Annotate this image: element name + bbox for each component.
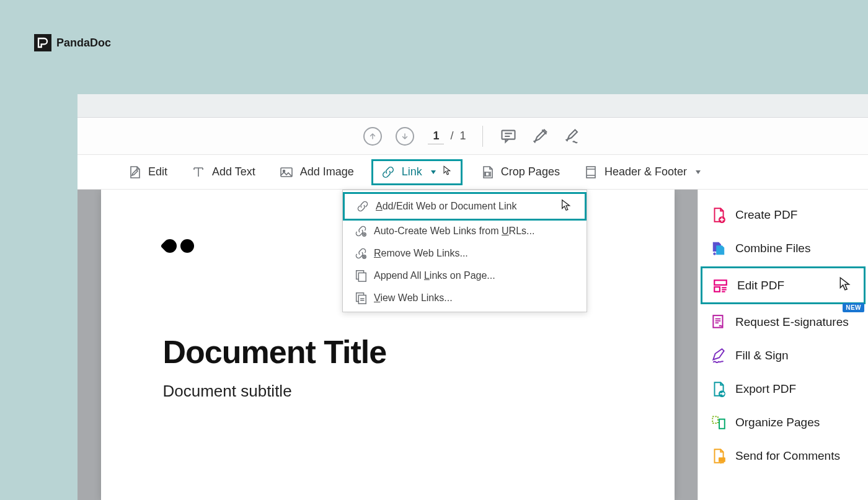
crop-pages-label: Crop Pages <box>501 165 560 178</box>
menu-label: Add/Edit Web or Document Link <box>376 201 516 212</box>
svg-rect-7 <box>358 273 366 281</box>
add-image-label: Add Image <box>300 165 354 178</box>
add-text-label: Add Text <box>212 165 255 178</box>
menu-append-links[interactable]: Append All Links on Page... <box>343 265 587 287</box>
sidebar-label: Export PDF <box>735 382 796 396</box>
crop-pages-button[interactable]: Crop Pages <box>474 161 566 183</box>
edit-label: Edit <box>148 165 167 178</box>
sidebar-label: Edit PDF <box>737 279 784 292</box>
link-label: Link <box>402 165 422 178</box>
page-separator: / <box>450 129 453 143</box>
highlight-icon[interactable] <box>531 127 550 146</box>
svg-rect-17 <box>719 457 725 462</box>
shape-icon <box>180 239 194 253</box>
chevron-down-icon <box>696 170 701 174</box>
sign-icon[interactable] <box>564 127 582 146</box>
menu-label: View Web Links... <box>374 292 453 304</box>
sidebar-label: Create PDF <box>735 208 797 222</box>
sidebar-create-pdf[interactable]: Create PDF <box>698 198 868 232</box>
menu-auto-create-links[interactable]: Auto-Create Web Links from URLs... <box>343 220 587 242</box>
menu-label: Append All Links on Page... <box>374 270 495 281</box>
total-pages: 1 <box>460 129 466 143</box>
sidebar-edit-pdf[interactable]: Edit PDF <box>701 266 866 304</box>
add-image-button[interactable]: Add Image <box>273 161 360 183</box>
titlebar <box>78 94 868 118</box>
edit-button[interactable]: Edit <box>121 161 174 183</box>
svg-rect-11 <box>714 280 727 285</box>
header-footer-label: Header & Footer <box>604 165 687 178</box>
sidebar-label: Fill & Sign <box>735 349 789 362</box>
menu-label: Auto-Create Web Links from URLs... <box>374 226 534 237</box>
page-down-button[interactable] <box>396 127 414 146</box>
svg-rect-16 <box>719 419 725 429</box>
svg-rect-0 <box>502 130 515 139</box>
sidebar-label: Combine Files <box>735 242 810 255</box>
sidebar-send-comments[interactable]: Send for Comments <box>698 439 868 473</box>
top-toolbar: 1 / 1 <box>78 118 868 155</box>
new-badge: NEW <box>843 303 864 312</box>
edit-toolbar: Edit Add Text Add Image Link Crop Pages … <box>78 155 868 190</box>
document-subtitle: Document subtitle <box>163 382 613 401</box>
comment-icon[interactable] <box>499 127 518 146</box>
svg-rect-12 <box>714 287 720 292</box>
brand: PandaDoc <box>34 34 111 51</box>
menu-remove-links[interactable]: Remove Web Links... <box>343 242 587 265</box>
svg-rect-9 <box>358 295 366 304</box>
current-page-input[interactable]: 1 <box>428 128 444 144</box>
page-up-button[interactable] <box>363 127 382 146</box>
app-window: 1 / 1 Edit Add Text Add Image <box>78 94 868 500</box>
add-text-button[interactable]: Add Text <box>185 161 262 183</box>
brand-name: PandaDoc <box>56 37 111 50</box>
link-dropdown-menu: Add/Edit Web or Document Link Auto-Creat… <box>342 190 587 312</box>
svg-rect-3 <box>587 167 595 178</box>
sidebar-label: Organize Pages <box>735 416 820 429</box>
menu-label: Remove Web Links... <box>374 248 468 259</box>
pandadoc-logo-icon <box>34 34 51 51</box>
toolbar-separator <box>482 126 483 147</box>
sidebar-label: Request E-signatures <box>735 315 849 329</box>
menu-view-links[interactable]: View Web Links... <box>343 287 587 309</box>
menu-add-edit-link[interactable]: Add/Edit Web or Document Link <box>343 192 587 221</box>
sidebar-combine-files[interactable]: Combine Files <box>698 232 868 265</box>
header-footer-button[interactable]: Header & Footer <box>577 161 707 183</box>
cursor-icon <box>442 165 453 179</box>
tools-sidebar: Create PDF Combine Files Edit PDF Reques… <box>698 190 868 500</box>
sidebar-fill-sign[interactable]: Fill & Sign <box>698 339 868 372</box>
document-title: Document Title <box>163 333 613 371</box>
sidebar-request-esign[interactable]: Request E-signatures NEW <box>698 305 868 339</box>
svg-rect-15 <box>712 416 718 423</box>
link-dropdown-button[interactable]: Link <box>371 159 463 185</box>
sidebar-export-pdf[interactable]: Export PDF <box>698 372 868 406</box>
cursor-icon <box>838 276 854 295</box>
shape-icon <box>160 236 179 255</box>
cursor-icon <box>560 198 574 214</box>
page-indicator: 1 / 1 <box>428 128 466 144</box>
sidebar-label: Send for Comments <box>735 449 840 463</box>
sidebar-organize-pages[interactable]: Organize Pages <box>698 406 868 439</box>
chevron-down-icon <box>431 170 436 174</box>
